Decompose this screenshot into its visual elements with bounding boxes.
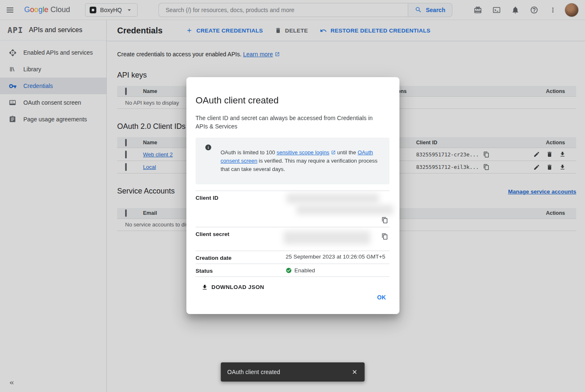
sensitive-scope-logins-link[interactable]: sensitive scope logins — [276, 149, 329, 156]
client-secret-label: Client secret — [196, 230, 286, 248]
ok-button[interactable]: OK — [374, 291, 389, 304]
download-json-label: DOWNLOAD JSON — [211, 284, 264, 290]
creation-date-label: Creation date — [196, 254, 286, 261]
snackbar-close-button[interactable] — [347, 364, 362, 379]
copy-client-secret-button[interactable] — [382, 233, 388, 240]
redacted-blur — [284, 231, 370, 244]
copy-icon — [382, 233, 388, 240]
oauth-client-created-dialog: OAuth client created The client ID and s… — [186, 77, 399, 314]
snackbar-message: OAuth client created — [227, 369, 347, 375]
dialog-subtitle: The client ID and secret can always be a… — [196, 114, 381, 131]
close-icon — [351, 369, 358, 375]
status-value: Enabled — [286, 266, 389, 274]
client-id-value-redacted — [286, 193, 389, 224]
snackbar: OAuth client created — [221, 362, 364, 382]
dialog-title: OAuth client created — [196, 95, 389, 106]
notice-segment: until the — [336, 149, 358, 156]
copy-client-id-button[interactable] — [382, 217, 388, 224]
check-circle-icon — [286, 267, 292, 274]
creation-date-value: 25 September 2023 at 10:26:05 GMT+5 — [286, 254, 389, 261]
status-row: Status Enabled — [196, 264, 389, 277]
creation-date-row: Creation date 25 September 2023 at 10:26… — [196, 251, 389, 264]
oauth-limit-notice: OAuth is limited to 100 sensitive scope … — [196, 138, 389, 184]
copy-icon — [382, 217, 388, 224]
download-icon — [201, 284, 208, 291]
client-secret-value-redacted — [286, 230, 389, 248]
client-id-row: Client ID — [196, 191, 389, 227]
download-json-button[interactable]: DOWNLOAD JSON — [197, 281, 269, 293]
external-link-icon — [331, 150, 336, 155]
status-text: Enabled — [294, 267, 315, 274]
info-icon — [196, 143, 221, 179]
status-label: Status — [196, 266, 286, 274]
dialog-fields: Client ID Client secret Creation date 25… — [196, 191, 389, 277]
notice-text: OAuth is limited to 100 sensitive scope … — [221, 148, 385, 173]
client-secret-row: Client secret — [196, 227, 389, 251]
client-id-label: Client ID — [196, 193, 286, 224]
redacted-blur — [296, 205, 393, 215]
redacted-blur — [286, 193, 379, 204]
notice-segment: OAuth is limited to 100 — [221, 149, 276, 156]
